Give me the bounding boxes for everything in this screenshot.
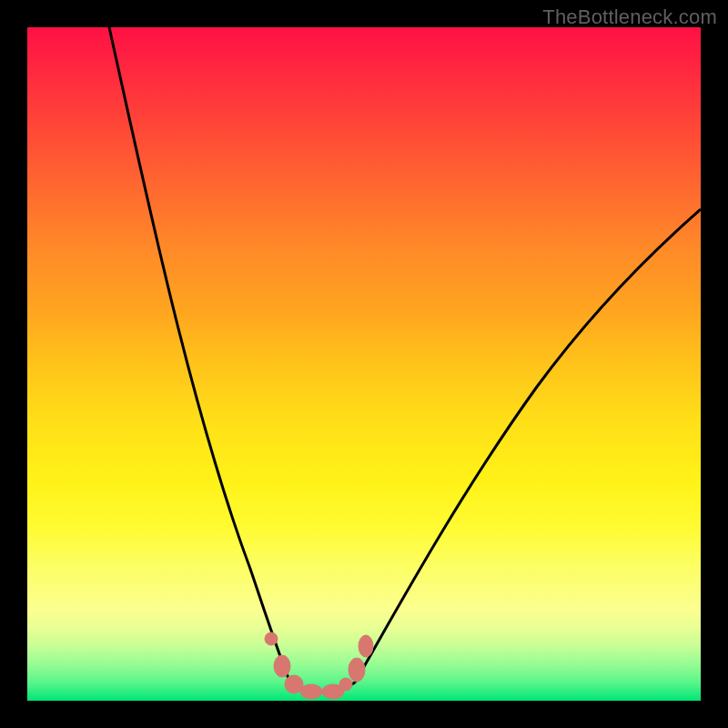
valley-markers [265,632,373,699]
plot-area [27,27,701,701]
svg-point-6 [349,658,365,682]
watermark-text: TheBottleneck.com [542,5,717,29]
svg-point-0 [265,632,278,645]
svg-point-3 [300,684,322,699]
bottleneck-curve [27,27,701,701]
svg-point-1 [274,655,290,677]
svg-point-7 [359,635,373,657]
svg-point-5 [339,678,352,691]
chart-frame: TheBottleneck.com [0,0,728,728]
curve-right-branch [355,209,701,682]
curve-left-branch [109,27,289,681]
